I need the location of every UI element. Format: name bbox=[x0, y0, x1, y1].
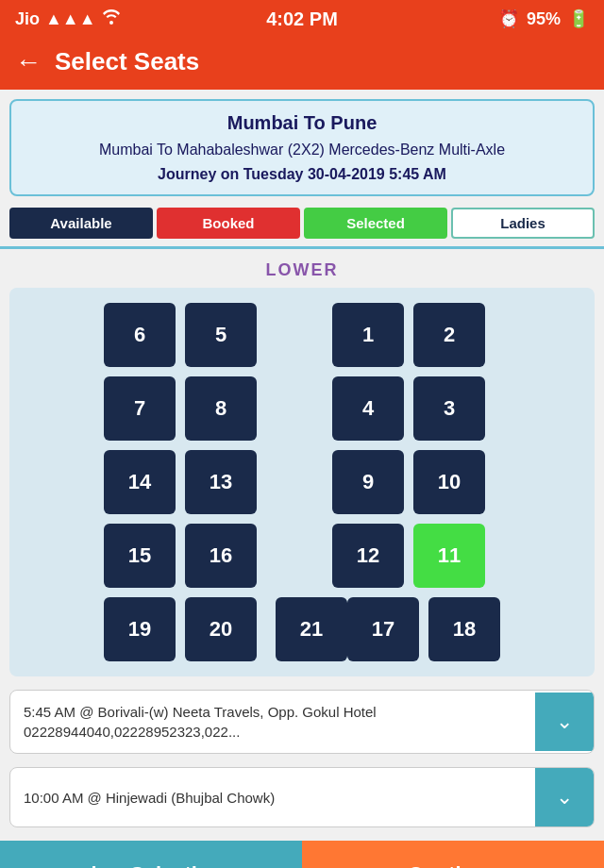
seat-row: 19 20 21 17 18 bbox=[104, 597, 500, 661]
seat-grid: 6 5 1 2 7 8 4 3 14 13 bbox=[9, 288, 595, 676]
left-group: 7 8 bbox=[104, 376, 257, 441]
seat-7[interactable]: 7 bbox=[104, 376, 176, 441]
status-bar-right: ⏰ 95% 🔋 bbox=[498, 8, 589, 29]
seat-8[interactable]: 8 bbox=[185, 376, 257, 441]
left-group: 14 13 bbox=[104, 450, 257, 514]
battery-icon: 🔋 bbox=[568, 8, 589, 29]
view-selection-button[interactable]: view Selection bbox=[0, 841, 302, 868]
seat-12[interactable]: 12 bbox=[332, 524, 404, 588]
seat-11[interactable]: 11 bbox=[413, 524, 485, 588]
left-group: 15 16 bbox=[104, 524, 257, 588]
time-label: 4:02 PM bbox=[266, 8, 338, 30]
boarding-point-2[interactable]: 10:00 AM @ Hinjewadi (Bhujbal Chowk) ⌄ bbox=[9, 767, 595, 827]
seat-row: 6 5 1 2 bbox=[104, 303, 500, 367]
divider bbox=[0, 246, 604, 249]
legend-ladies: Ladies bbox=[451, 208, 595, 239]
right-group: 4 3 bbox=[332, 376, 485, 441]
seat-13[interactable]: 13 bbox=[185, 450, 257, 514]
seat-row: 15 16 12 11 bbox=[104, 524, 500, 588]
seat-9[interactable]: 9 bbox=[332, 450, 404, 514]
legend-booked: Booked bbox=[157, 208, 300, 239]
seat-18[interactable]: 18 bbox=[428, 597, 500, 661]
app-header: ← Select Seats bbox=[0, 38, 604, 90]
journey-info: Journey on Tuesday 30-04-2019 5:45 AM bbox=[25, 166, 579, 183]
seat-3[interactable]: 3 bbox=[413, 376, 485, 441]
seat-17[interactable]: 17 bbox=[347, 597, 419, 661]
seat-19[interactable]: 19 bbox=[104, 597, 176, 661]
status-bar: Jio ▲▲▲ 4:02 PM ⏰ 95% 🔋 bbox=[0, 0, 604, 38]
left-group: 19 20 21 bbox=[104, 597, 347, 661]
right-group: 12 11 bbox=[332, 524, 485, 588]
carrier-label: Jio bbox=[15, 9, 40, 29]
seat-14[interactable]: 14 bbox=[104, 450, 176, 514]
seat-6[interactable]: 6 bbox=[104, 303, 176, 367]
chevron-down-icon: ⌄ bbox=[556, 709, 573, 734]
seat-4[interactable]: 4 bbox=[332, 376, 404, 441]
boarding-point-2-expand[interactable]: ⌄ bbox=[535, 768, 594, 826]
right-group: 9 10 bbox=[332, 450, 485, 514]
left-group: 6 5 bbox=[104, 303, 257, 367]
seat-20[interactable]: 20 bbox=[185, 597, 257, 661]
seat-2[interactable]: 2 bbox=[413, 303, 485, 367]
boarding-point-1-text: 5:45 AM @ Borivali-(w) Neeta Travels, Op… bbox=[10, 691, 535, 753]
signal-icon: ▲▲▲ bbox=[45, 9, 95, 29]
chevron-down-icon: ⌄ bbox=[556, 785, 573, 810]
seat-16[interactable]: 16 bbox=[185, 524, 257, 588]
legend-available: Available bbox=[9, 208, 153, 239]
seat-21[interactable]: 21 bbox=[276, 597, 347, 661]
route-title: Mumbai To Pune bbox=[25, 112, 579, 134]
legend-selected: Selected bbox=[304, 208, 447, 239]
seat-15[interactable]: 15 bbox=[104, 524, 176, 588]
bottom-buttons: view Selection Continue bbox=[0, 841, 604, 868]
boarding-point-2-text: 10:00 AM @ Hinjewadi (Bhujbal Chowk) bbox=[10, 776, 535, 819]
seat-10[interactable]: 10 bbox=[413, 450, 485, 514]
boarding-point-1[interactable]: 5:45 AM @ Borivali-(w) Neeta Travels, Op… bbox=[9, 690, 595, 754]
seat-legend: Available Booked Selected Ladies bbox=[9, 208, 595, 239]
status-bar-left: Jio ▲▲▲ bbox=[15, 9, 122, 29]
seat-row: 14 13 9 10 bbox=[104, 450, 500, 514]
alarm-icon: ⏰ bbox=[498, 8, 519, 29]
back-button[interactable]: ← bbox=[15, 49, 42, 75]
page-title: Select Seats bbox=[55, 47, 199, 76]
section-label: LOWER bbox=[0, 260, 604, 280]
bus-info: Mumbai To Mahabaleshwar (2X2) Mercedes-B… bbox=[25, 140, 579, 160]
wifi-icon bbox=[101, 9, 122, 29]
right-group: 17 18 bbox=[347, 597, 500, 661]
seat-5[interactable]: 5 bbox=[185, 303, 257, 367]
seat-layout: 6 5 1 2 7 8 4 3 14 13 bbox=[104, 303, 500, 661]
info-card: Mumbai To Pune Mumbai To Mahabaleshwar (… bbox=[9, 99, 595, 196]
continue-button[interactable]: Continue bbox=[302, 841, 604, 868]
seat-row: 7 8 4 3 bbox=[104, 376, 500, 441]
right-group: 1 2 bbox=[332, 303, 485, 367]
boarding-point-1-expand[interactable]: ⌄ bbox=[535, 693, 594, 751]
battery-label: 95% bbox=[527, 9, 561, 29]
seat-1[interactable]: 1 bbox=[332, 303, 404, 367]
